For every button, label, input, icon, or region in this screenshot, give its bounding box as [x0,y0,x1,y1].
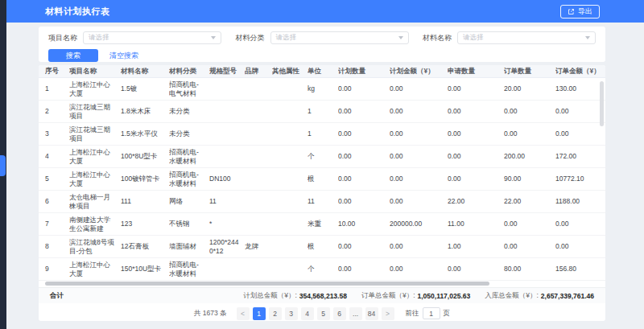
table-row[interactable]: 8滨江花城8号项目-分包12石膏板墙面辅材1200*2440*12龙牌根0.00… [39,236,605,258]
table-cell: 未分类 [169,107,209,116]
goto-page-input[interactable] [423,307,440,319]
filter-actions: 搜索 清空搜索 [48,49,596,62]
column-header: 品牌 [245,67,272,76]
table-cell: 滨江花城8号项目-分包 [69,238,121,255]
table-cell: 90.00 [504,175,555,183]
page-button[interactable]: 3 [285,307,298,320]
inbound-total-value: 2,657,339,761.46 [541,292,594,300]
table-cell: 墙面辅材 [169,242,209,251]
table-row[interactable]: 4上海松江中心大厦100*8U型卡招商机电-水暖材料个0.000.000.002… [39,146,605,168]
chevron-down-icon [398,36,403,39]
table-cell: 100*8U型卡 [121,152,169,161]
table-cell: 滨江花城三期项目 [69,125,121,142]
table-cell: 招商机电-水暖材料 [169,148,209,165]
page-button[interactable]: 5 [317,307,330,320]
table-row[interactable]: 2滨江花城三期项目1.8米木床未分类10.000.000.000.000.00 [39,101,605,123]
sidebar-expand-handle[interactable] [0,155,6,176]
prev-page-button[interactable]: < [237,307,250,320]
table-cell: 130.00 [555,84,602,93]
table-cell: 未分类 [169,130,209,138]
table-cell: 0.00 [338,107,390,116]
filter-category: 材料分类 请选择 [236,31,409,44]
table-cell: 0.00 [448,152,504,161]
table-cell: 11 [308,197,338,206]
filter-panel: 项目名称 请选择 材料分类 请选择 材料名称 请选择 搜索 清空搜索 [39,27,605,62]
table-row[interactable]: 3滨江花城三期项目1.5米水平仪未分类10.000.000.000.000.00 [39,123,605,146]
table-row[interactable]: 7南侧建达大学生公寓新建123不锈钢*米重10.00200000.0011.00… [39,213,605,236]
table-cell: 0.00 [390,84,448,93]
table-cell: 10772.10 [555,175,602,183]
column-header: 规格型号 [209,67,245,76]
table-cell: 龙牌 [245,242,272,251]
table-cell: 0.00 [338,175,390,183]
horizontal-scrollbar[interactable] [39,281,605,287]
inbound-total-label: 入库总金额（¥）: [485,291,539,301]
table-cell: 11 [209,197,245,206]
page-button[interactable]: 2 [269,307,282,320]
material-name-select[interactable]: 请选择 [457,31,596,44]
table-cell: 上海松江中心大厦 [69,80,121,97]
table-cell: 太仓电梯一月株项目 [69,193,121,210]
table-row[interactable]: 6太仓电梯一月株项目111网络11110.000.0022.0022.00118… [39,191,605,213]
table-cell: 22.00 [448,197,504,206]
table-cell: DN100 [209,175,245,183]
table-cell: 0.00 [390,175,448,183]
page-button[interactable]: 4 [301,307,314,320]
inbound-total: 入库总金额（¥）: 2,657,339,761.46 [485,291,594,301]
project-name-placeholder: 请选择 [89,33,109,43]
table-cell: 7 [45,220,69,228]
table-cell: 招商机电-水暖材料 [169,261,209,278]
table-row[interactable]: 9上海松江中心大厦150*10U型卡招商机电-水暖材料个0.000.000.00… [39,258,605,281]
table-cell: 招商机电-电气材料 [169,80,209,97]
table-cell: 0.00 [504,220,555,228]
table-cell: 9 [45,265,69,273]
table-cell: 0.00 [390,152,448,161]
table-cell: 0.00 [338,197,390,206]
table-cell: 5 [45,175,69,183]
table-cell: 0.00 [555,130,602,138]
vertical-scrollbar-thumb[interactable] [600,81,604,126]
material-category-select[interactable]: 请选择 [270,31,409,44]
data-table-panel: 序号项目名称材料名称材料分类规格型号品牌其他属性单位计划数量计划金额（¥）申请数… [39,65,605,321]
column-header: 其他属性 [272,67,308,76]
export-button[interactable]: 导出 [560,5,600,19]
table-cell: 网络 [169,197,209,206]
table-cell: * [209,220,245,228]
page-button[interactable]: 6 [333,307,346,320]
table-cell: 1 [308,107,338,116]
page-button[interactable]: 1 [253,307,266,320]
table-cell: 根 [308,242,338,251]
column-header: 材料分类 [169,67,209,76]
next-page-button[interactable]: > [382,307,394,320]
horizontal-scrollbar-thumb[interactable] [45,282,489,286]
page-ellipsis[interactable]: ... [349,307,362,320]
clear-search-button[interactable]: 清空搜索 [109,51,138,61]
table-row[interactable]: 5上海松江中心大厦100镀锌管卡招商机电-水暖材料DN100根0.000.000… [39,168,605,191]
app-header: 材料计划执行表 导出 [0,0,644,23]
page-title: 材料计划执行表 [45,6,110,18]
table-cell: 1.5米水平仪 [121,130,169,138]
summary-row: 合计 计划总金额（¥）: 354,568,213.58 订单总金额（¥）: 1,… [39,287,605,303]
table-cell: 南侧建达大学生公寓新建 [69,216,121,232]
export-button-label: 导出 [578,6,592,17]
vertical-scrollbar[interactable] [600,80,604,279]
table-cell: 招商机电-水暖材料 [169,171,209,187]
table-cell: 0.00 [504,242,555,251]
table-cell: 6 [45,197,69,206]
table-cell: 0.00 [338,265,390,273]
table-cell: 1.00 [448,242,504,251]
export-icon [568,8,575,15]
table-cell: 1 [308,130,338,138]
column-header: 申请数量 [448,67,504,76]
table-header-row: 序号项目名称材料名称材料分类规格型号品牌其他属性单位计划数量计划金额（¥）申请数… [39,65,605,78]
table-cell: 4 [45,152,69,161]
search-button[interactable]: 搜索 [48,49,98,62]
table-cell: 上海松江中心大厦 [69,148,121,165]
table-row[interactable]: 1上海松江中心大厦1.5镀招商机电-电气材料kg0.000.000.0020.0… [39,78,605,101]
table-cell: 0.00 [504,107,555,116]
table-cell: 22.00 [504,197,555,206]
project-name-select[interactable]: 请选择 [83,31,221,44]
order-total-label: 订单总金额（¥）: [361,291,415,301]
plan-total: 计划总金额（¥）: 354,568,213.58 [243,291,347,301]
page-button[interactable]: 84 [365,307,378,320]
